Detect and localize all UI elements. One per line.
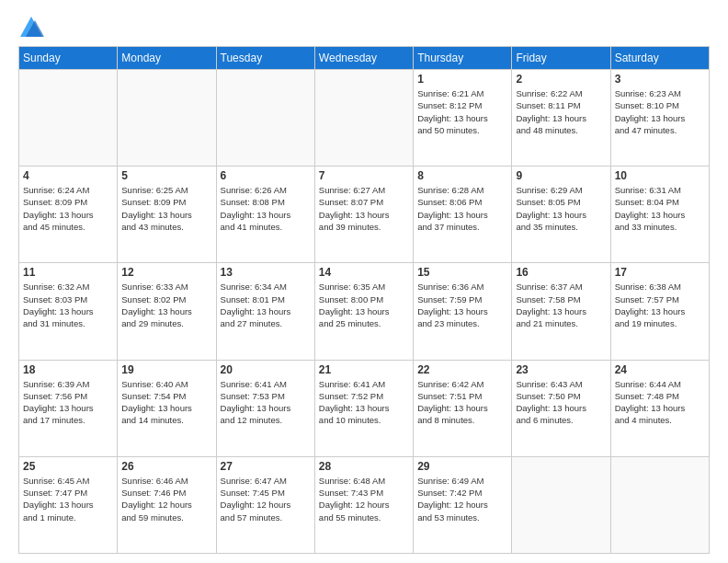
day-cell: 6Sunrise: 6:26 AM Sunset: 8:08 PM Daylig… <box>216 167 314 263</box>
day-cell: 5Sunrise: 6:25 AM Sunset: 8:09 PM Daylig… <box>118 167 216 263</box>
day-info: Sunrise: 6:41 AM Sunset: 7:52 PM Dayligh… <box>319 378 409 427</box>
day-cell: 8Sunrise: 6:28 AM Sunset: 8:06 PM Daylig… <box>414 167 512 263</box>
day-info: Sunrise: 6:43 AM Sunset: 7:50 PM Dayligh… <box>516 378 606 427</box>
header-cell-monday: Monday <box>118 47 216 70</box>
day-number: 22 <box>417 363 507 376</box>
day-cell: 22Sunrise: 6:42 AM Sunset: 7:51 PM Dayli… <box>414 360 512 456</box>
day-info: Sunrise: 6:47 AM Sunset: 7:45 PM Dayligh… <box>221 475 311 523</box>
day-info: Sunrise: 6:45 AM Sunset: 7:47 PM Dayligh… <box>23 475 113 523</box>
day-number: 7 <box>319 169 409 182</box>
day-cell <box>216 70 314 167</box>
day-cell: 10Sunrise: 6:31 AM Sunset: 8:04 PM Dayli… <box>610 167 709 263</box>
day-cell: 27Sunrise: 6:47 AM Sunset: 7:45 PM Dayli… <box>216 456 314 553</box>
day-cell: 2Sunrise: 6:22 AM Sunset: 8:11 PM Daylig… <box>512 70 610 167</box>
day-cell: 1Sunrise: 6:21 AM Sunset: 8:12 PM Daylig… <box>414 70 512 167</box>
day-cell: 7Sunrise: 6:27 AM Sunset: 8:07 PM Daylig… <box>314 167 413 263</box>
day-cell <box>512 456 610 553</box>
day-number: 21 <box>319 363 409 376</box>
day-info: Sunrise: 6:26 AM Sunset: 8:08 PM Dayligh… <box>221 184 311 233</box>
day-cell <box>610 456 709 553</box>
day-cell: 25Sunrise: 6:45 AM Sunset: 7:47 PM Dayli… <box>19 456 118 553</box>
day-cell: 28Sunrise: 6:48 AM Sunset: 7:43 PM Dayli… <box>314 456 413 553</box>
day-info: Sunrise: 6:27 AM Sunset: 8:07 PM Dayligh… <box>319 184 409 233</box>
day-info: Sunrise: 6:42 AM Sunset: 7:51 PM Dayligh… <box>417 378 507 427</box>
day-cell: 11Sunrise: 6:32 AM Sunset: 8:03 PM Dayli… <box>19 263 118 360</box>
day-info: Sunrise: 6:23 AM Sunset: 8:10 PM Dayligh… <box>615 87 705 136</box>
day-number: 15 <box>417 266 507 279</box>
day-cell: 12Sunrise: 6:33 AM Sunset: 8:02 PM Dayli… <box>118 263 216 360</box>
day-cell: 19Sunrise: 6:40 AM Sunset: 7:54 PM Dayli… <box>118 360 216 456</box>
day-cell: 18Sunrise: 6:39 AM Sunset: 7:56 PM Dayli… <box>19 360 118 456</box>
header <box>18 15 710 40</box>
day-info: Sunrise: 6:37 AM Sunset: 7:58 PM Dayligh… <box>516 281 606 329</box>
day-info: Sunrise: 6:22 AM Sunset: 8:11 PM Dayligh… <box>516 87 606 136</box>
day-info: Sunrise: 6:40 AM Sunset: 7:54 PM Dayligh… <box>121 378 211 427</box>
day-cell: 23Sunrise: 6:43 AM Sunset: 7:50 PM Dayli… <box>512 360 610 456</box>
day-info: Sunrise: 6:32 AM Sunset: 8:03 PM Dayligh… <box>23 281 113 329</box>
page: SundayMondayTuesdayWednesdayThursdayFrid… <box>0 0 728 563</box>
day-info: Sunrise: 6:39 AM Sunset: 7:56 PM Dayligh… <box>23 378 113 427</box>
day-cell: 21Sunrise: 6:41 AM Sunset: 7:52 PM Dayli… <box>314 360 413 456</box>
day-number: 13 <box>221 266 311 279</box>
day-cell: 20Sunrise: 6:41 AM Sunset: 7:53 PM Dayli… <box>216 360 314 456</box>
header-cell-sunday: Sunday <box>19 47 118 70</box>
header-row: SundayMondayTuesdayWednesdayThursdayFrid… <box>19 47 710 70</box>
day-cell: 9Sunrise: 6:29 AM Sunset: 8:05 PM Daylig… <box>512 167 610 263</box>
day-cell: 24Sunrise: 6:44 AM Sunset: 7:48 PM Dayli… <box>610 360 709 456</box>
day-number: 17 <box>615 266 705 279</box>
day-number: 6 <box>221 169 311 182</box>
day-number: 20 <box>221 363 311 376</box>
day-number: 29 <box>417 460 507 473</box>
header-cell-friday: Friday <box>512 47 610 70</box>
day-cell: 26Sunrise: 6:46 AM Sunset: 7:46 PM Dayli… <box>118 456 216 553</box>
day-number: 4 <box>23 169 113 182</box>
day-cell: 14Sunrise: 6:35 AM Sunset: 8:00 PM Dayli… <box>314 263 413 360</box>
day-info: Sunrise: 6:35 AM Sunset: 8:00 PM Dayligh… <box>319 281 409 329</box>
day-number: 1 <box>417 73 507 86</box>
day-cell <box>314 70 413 167</box>
day-number: 9 <box>516 169 606 182</box>
day-number: 23 <box>516 363 606 376</box>
calendar-header: SundayMondayTuesdayWednesdayThursdayFrid… <box>19 47 710 70</box>
week-row-3: 18Sunrise: 6:39 AM Sunset: 7:56 PM Dayli… <box>19 360 710 456</box>
day-cell: 13Sunrise: 6:34 AM Sunset: 8:01 PM Dayli… <box>216 263 314 360</box>
week-row-0: 1Sunrise: 6:21 AM Sunset: 8:12 PM Daylig… <box>19 70 710 167</box>
day-cell: 15Sunrise: 6:36 AM Sunset: 7:59 PM Dayli… <box>414 263 512 360</box>
day-cell <box>19 70 118 167</box>
day-info: Sunrise: 6:33 AM Sunset: 8:02 PM Dayligh… <box>121 281 211 329</box>
day-number: 10 <box>615 169 705 182</box>
logo-icon <box>18 15 44 40</box>
day-number: 14 <box>319 266 409 279</box>
day-info: Sunrise: 6:25 AM Sunset: 8:09 PM Dayligh… <box>121 184 211 233</box>
day-number: 16 <box>516 266 606 279</box>
header-cell-wednesday: Wednesday <box>314 47 413 70</box>
day-cell <box>118 70 216 167</box>
day-number: 8 <box>417 169 507 182</box>
day-number: 2 <box>516 73 606 86</box>
day-number: 19 <box>121 363 211 376</box>
day-info: Sunrise: 6:31 AM Sunset: 8:04 PM Dayligh… <box>615 184 705 233</box>
day-number: 18 <box>23 363 113 376</box>
day-cell: 4Sunrise: 6:24 AM Sunset: 8:09 PM Daylig… <box>19 167 118 263</box>
week-row-1: 4Sunrise: 6:24 AM Sunset: 8:09 PM Daylig… <box>19 167 710 263</box>
day-number: 5 <box>121 169 211 182</box>
logo <box>18 15 48 40</box>
day-number: 11 <box>23 266 113 279</box>
day-number: 27 <box>221 460 311 473</box>
calendar-body: 1Sunrise: 6:21 AM Sunset: 8:12 PM Daylig… <box>19 70 710 554</box>
day-info: Sunrise: 6:24 AM Sunset: 8:09 PM Dayligh… <box>23 184 113 233</box>
header-cell-thursday: Thursday <box>414 47 512 70</box>
day-info: Sunrise: 6:29 AM Sunset: 8:05 PM Dayligh… <box>516 184 606 233</box>
day-info: Sunrise: 6:34 AM Sunset: 8:01 PM Dayligh… <box>221 281 311 329</box>
day-info: Sunrise: 6:46 AM Sunset: 7:46 PM Dayligh… <box>121 475 211 523</box>
day-info: Sunrise: 6:48 AM Sunset: 7:43 PM Dayligh… <box>319 475 409 523</box>
day-number: 3 <box>615 73 705 86</box>
day-number: 24 <box>615 363 705 376</box>
day-number: 25 <box>23 460 113 473</box>
day-cell: 16Sunrise: 6:37 AM Sunset: 7:58 PM Dayli… <box>512 263 610 360</box>
day-number: 12 <box>121 266 211 279</box>
header-cell-saturday: Saturday <box>610 47 709 70</box>
day-number: 26 <box>121 460 211 473</box>
day-cell: 29Sunrise: 6:49 AM Sunset: 7:42 PM Dayli… <box>414 456 512 553</box>
day-info: Sunrise: 6:36 AM Sunset: 7:59 PM Dayligh… <box>417 281 507 329</box>
